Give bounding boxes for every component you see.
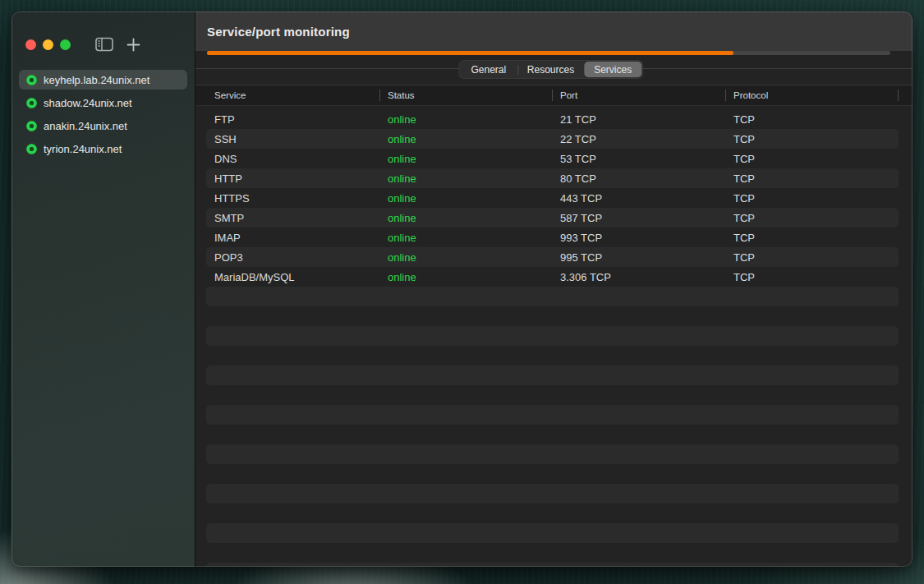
cell-port: 587 TCP [552, 212, 725, 224]
cell-service: HTTP [206, 172, 379, 185]
sidebar-item-tyrion[interactable]: tyrion.24unix.net [19, 139, 187, 159]
sidebar-item-keyhelp[interactable]: keyhelp.lab.24unix.net [19, 70, 187, 90]
table-row-empty [206, 444, 899, 464]
plus-icon [126, 38, 140, 52]
tab-bar: GeneralResourcesServices [195, 55, 913, 85]
table-row-empty [206, 504, 899, 523]
table-row[interactable]: HTTPonline80 TCPTCP [206, 168, 899, 188]
tab-general[interactable]: General [460, 62, 517, 77]
status-online-icon [26, 144, 37, 154]
cell-status: online [379, 251, 552, 264]
table-header: ServiceStatusPortProtocol [195, 85, 913, 106]
zoom-button[interactable] [60, 39, 71, 50]
table-row[interactable]: FTPonline21 TCPTCP [206, 109, 899, 129]
cell-status: online [379, 113, 552, 126]
table-body: FTPonline21 TCPTCPSSHonline22 TCPTCPDNSo… [206, 109, 899, 567]
table-row-empty [206, 385, 899, 405]
cell-service: IMAP [206, 232, 379, 244]
sidebar: keyhelp.lab.24unix.netshadow.24unix.neta… [11, 11, 195, 567]
cell-status: online [379, 172, 552, 185]
table-row[interactable]: MariaDB/MySQLonline3.306 TCPTCP [206, 267, 899, 287]
server-name: shadow.24unix.net [44, 97, 132, 109]
table-row-empty [206, 306, 899, 326]
cell-port: 53 TCP [552, 153, 725, 165]
sidebar-titlebar [11, 11, 195, 53]
cell-protocol: TCP [725, 271, 899, 283]
cell-protocol: TCP [725, 153, 899, 165]
column-header-service[interactable]: Service [206, 85, 379, 105]
cell-protocol: TCP [725, 212, 899, 224]
cell-protocol: TCP [725, 251, 899, 264]
table-row-empty [206, 346, 899, 366]
cell-port: 3.306 TCP [552, 271, 725, 283]
server-name: anakin.24unix.net [44, 120, 127, 132]
server-name: tyrion.24unix.net [44, 143, 122, 155]
cell-status: online [379, 133, 552, 145]
cell-port: 443 TCP [552, 192, 725, 205]
cell-status: online [379, 192, 552, 205]
sidebar-item-anakin[interactable]: anakin.24unix.net [19, 116, 187, 136]
table-row[interactable]: SSHonline22 TCPTCP [206, 129, 899, 149]
cell-status: online [379, 212, 552, 224]
cell-protocol: TCP [725, 232, 899, 244]
minimize-button[interactable] [43, 39, 53, 50]
column-header-port[interactable]: Port [552, 85, 725, 105]
page-title: Service/port monitoring [207, 25, 350, 39]
table-row[interactable]: IMAPonline993 TCPTCP [206, 228, 899, 247]
cell-service: HTTPS [206, 192, 379, 205]
table-row-empty [206, 366, 899, 385]
cell-service: SSH [206, 133, 379, 145]
cell-status: online [379, 232, 552, 244]
table-row-empty [206, 425, 899, 444]
column-header-status[interactable]: Status [379, 85, 552, 105]
sidebar-toggle-button[interactable] [95, 37, 113, 52]
cell-port: 22 TCP [552, 133, 725, 145]
add-server-button[interactable] [126, 38, 140, 52]
cell-protocol: TCP [725, 113, 899, 126]
cell-port: 80 TCP [552, 172, 725, 185]
tab-resources[interactable]: Resources [518, 62, 583, 77]
server-name: keyhelp.lab.24unix.net [44, 74, 149, 86]
cell-service: FTP [206, 113, 379, 126]
status-online-icon [26, 121, 37, 131]
cell-service: MariaDB/MySQL [206, 271, 379, 283]
table-row[interactable]: SMTPonline587 TCPTCP [206, 208, 899, 228]
table-row-empty [206, 484, 899, 504]
cell-service: DNS [206, 153, 379, 165]
table-row-empty [206, 563, 899, 567]
cell-port: 995 TCP [552, 251, 725, 264]
main-titlebar: Service/port monitoring [195, 11, 913, 51]
close-button[interactable] [25, 39, 36, 50]
table-row-empty [206, 326, 899, 346]
cell-status: online [379, 271, 552, 283]
table-row-empty [206, 523, 899, 543]
cell-service: SMTP [206, 212, 379, 224]
table-row-empty [206, 287, 899, 306]
sidebar-item-shadow[interactable]: shadow.24unix.net [19, 93, 187, 113]
table-row-empty [206, 464, 899, 484]
cell-port: 993 TCP [552, 232, 725, 244]
table-row[interactable]: HTTPSonline443 TCPTCP [206, 188, 899, 208]
app-window: keyhelp.lab.24unix.netshadow.24unix.neta… [11, 11, 913, 567]
main-pane: Service/port monitoring GeneralResources… [195, 11, 913, 567]
server-list: keyhelp.lab.24unix.netshadow.24unix.neta… [11, 68, 195, 160]
cell-service: POP3 [206, 251, 379, 264]
tab-services[interactable]: Services [584, 62, 641, 77]
status-online-icon [26, 98, 37, 108]
column-header-protocol[interactable]: Protocol [725, 85, 899, 105]
cell-status: online [379, 153, 552, 165]
status-online-icon [26, 75, 37, 85]
table-row-empty [206, 543, 899, 563]
table-row[interactable]: DNSonline53 TCPTCP [206, 149, 899, 168]
segmented-control: GeneralResourcesServices [458, 60, 643, 79]
cell-protocol: TCP [725, 133, 899, 145]
sidebar-toggle-icon [95, 37, 113, 52]
table-row[interactable]: POP3online995 TCPTCP [206, 247, 899, 267]
table-row-empty [206, 405, 899, 425]
cell-port: 21 TCP [552, 113, 725, 126]
cell-protocol: TCP [725, 192, 899, 205]
cell-protocol: TCP [725, 172, 899, 185]
